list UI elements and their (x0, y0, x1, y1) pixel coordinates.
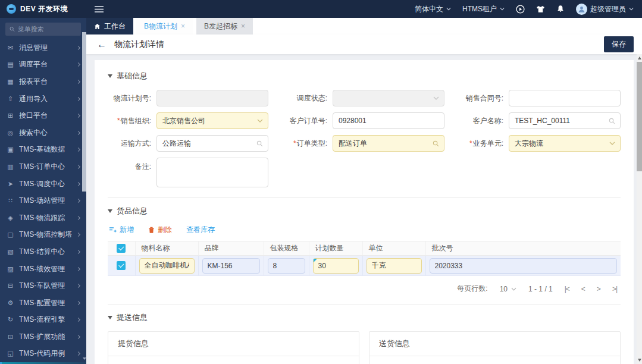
sidebar-item-tms-base-data[interactable]: ▣TMS-基础数据 (0, 142, 86, 159)
material-name-input[interactable] (139, 258, 195, 274)
station-icon: ∷ (7, 197, 14, 205)
import-icon: ⇧ (7, 95, 14, 103)
close-icon[interactable]: × (241, 23, 245, 30)
menu-search-input[interactable] (18, 26, 77, 33)
search-icon[interactable] (609, 118, 615, 124)
remark-textarea[interactable] (156, 158, 268, 187)
pack-spec-input[interactable] (268, 258, 305, 274)
topbar-right: 简体中文 HTMS租户 超级管理员 (415, 4, 642, 15)
view-stock-button[interactable]: 查看库存 (186, 225, 215, 235)
sidebar-item-tms-dispatch-center[interactable]: ➤TMS-调度中心 (0, 175, 86, 193)
theme-shirt-icon[interactable] (536, 5, 545, 13)
basic-form: 物流计划号: 调度状态: 销售合同号: (108, 90, 621, 187)
sidebar-item-tms-workflow[interactable]: ↻TMS-流程引擎 (0, 312, 86, 329)
language-selector[interactable]: 简体中文 (415, 4, 451, 14)
sidebar-scrollbar-thumb[interactable] (82, 32, 86, 192)
batch-no-input[interactable] (430, 258, 618, 274)
back-arrow-icon[interactable]: ← (97, 40, 107, 49)
performance-icon: ▨ (7, 265, 14, 273)
sidebar-item-interface-platform[interactable]: ⊞接口平台 (0, 107, 86, 124)
collapse-caret-icon[interactable] (108, 316, 112, 319)
tenant-selector[interactable]: HTMS租户 (462, 4, 505, 14)
sidebar-item-tms-control-tower[interactable]: ▢TMS-物流控制塔 (0, 227, 86, 244)
menu-collapse-icon[interactable] (92, 4, 106, 15)
unit-input[interactable] (367, 258, 422, 274)
code-sample-icon: ◱ (7, 350, 14, 357)
sidebar-item-report-platform[interactable]: ▦报表平台 (0, 73, 86, 90)
business-unit-select[interactable] (509, 135, 621, 152)
field-plan-no: 物流计划号: (108, 90, 268, 106)
sidebar-item-tms-tracking[interactable]: ◈TMS-物流跟踪 (0, 209, 86, 227)
sidebar-scroll-down-arrow[interactable] (82, 357, 86, 362)
page-size-select[interactable]: 10 (500, 285, 516, 293)
scroll-down-arrow[interactable] (638, 359, 641, 362)
field-business-unit: 业务单元: (460, 135, 621, 152)
search-icon (10, 26, 15, 32)
first-page-button[interactable]: |< (565, 285, 569, 293)
user-menu[interactable]: 超级管理员 (576, 4, 634, 15)
language-label: 简体中文 (415, 4, 443, 14)
sales-contract-input[interactable] (509, 90, 621, 106)
col-qty: 计划数量 (309, 241, 362, 256)
select-all-checkbox[interactable] (117, 244, 126, 253)
menu-search-box[interactable] (5, 23, 81, 36)
scroll-up-arrow[interactable] (638, 57, 641, 59)
guide-play-icon[interactable] (516, 5, 525, 14)
sidebar-item-message-center[interactable]: ✉消息管理 (0, 39, 86, 57)
chevron-right-icon (76, 199, 80, 203)
customer-order-input[interactable] (333, 112, 444, 129)
sidebar-item-tms-code-sample[interactable]: ◱TMS-代码用例 (0, 346, 86, 363)
sales-org-select[interactable] (156, 112, 268, 129)
tab-workbench[interactable]: 工作台 (86, 18, 133, 34)
main-scrollbar-thumb[interactable] (637, 62, 642, 171)
goods-header-row: 物料名称 品牌 包装规格 计划数量 单位 批次号 (108, 241, 621, 256)
pickup-card: 提货信息 提货地: 计划发运日期: (108, 331, 359, 364)
sidebar-item-tms-extension[interactable]: ⊡TMS-扩展功能 (0, 328, 86, 346)
tab-initiate-tender[interactable]: B发起招标 × (196, 18, 253, 34)
brand-input[interactable] (202, 258, 260, 274)
collapse-caret-icon[interactable] (108, 74, 112, 78)
sidebar-item-dispatch-platform[interactable]: ▤调度平台 (0, 57, 86, 74)
page-content: 基础信息 物流计划号: 调度状态: 销售合同号: (86, 54, 642, 364)
col-unit: 单位 (362, 241, 425, 256)
dispatch-platform-icon: ▤ (7, 61, 14, 68)
transport-mode-lookup[interactable] (156, 135, 268, 152)
sidebar-item-tms-settlement[interactable]: ▧TMS-结算中心 (0, 243, 86, 261)
sidebar-item-tms-fleet[interactable]: ⊟TMS-车队管理 (0, 277, 86, 294)
sidebar-item-search-center[interactable]: ◎搜索中心 (0, 124, 86, 142)
sidebar-item-tms-order-center[interactable]: ▥TMS-订单中心 (0, 158, 86, 175)
field-dispatch-status: 调度状态: (284, 90, 444, 106)
sidebar-item-tms-config[interactable]: ⚙TMS-配置管理 (0, 294, 86, 312)
main-scrollbar[interactable] (637, 54, 642, 364)
search-icon[interactable] (433, 140, 439, 147)
chevron-right-icon (76, 97, 80, 101)
next-page-button[interactable]: > (597, 285, 600, 293)
order-type-lookup[interactable] (333, 135, 444, 152)
tab-logistics-plan[interactable]: B物流计划 × (136, 18, 193, 34)
app-logo-icon (7, 4, 16, 14)
sidebar-item-general-import[interactable]: ⇧通用导入 (0, 90, 86, 108)
search-icon[interactable] (256, 140, 263, 147)
save-button[interactable]: 保存 (604, 36, 634, 52)
section-divider (108, 197, 621, 198)
sidebar-item-tms-station-mgmt[interactable]: ∷TMS-场站管理 (0, 192, 86, 209)
collapse-caret-icon[interactable] (108, 209, 112, 213)
avatar (576, 4, 587, 15)
workflow-icon: ↻ (7, 316, 14, 324)
plan-qty-input[interactable] (313, 258, 359, 274)
settlement-icon: ▧ (7, 248, 14, 256)
chevron-down-icon[interactable] (609, 142, 615, 145)
customer-name-lookup[interactable] (509, 112, 621, 129)
field-order-type: 订单类型: (284, 135, 444, 152)
close-icon[interactable]: × (181, 23, 185, 30)
sidebar-item-tms-performance[interactable]: ▨TMS-绩效管理 (0, 261, 86, 278)
page-title: 物流计划详情 (114, 39, 164, 50)
last-page-button[interactable]: >| (612, 285, 617, 293)
notification-bell-icon[interactable] (556, 5, 565, 13)
delete-row-button[interactable]: 删除 (148, 225, 172, 235)
prev-page-button[interactable]: < (581, 285, 585, 293)
chevron-down-icon[interactable] (257, 119, 263, 123)
chevron-right-icon (76, 114, 80, 118)
row-checkbox[interactable] (117, 261, 126, 270)
add-row-button[interactable]: 新增 (109, 225, 134, 235)
